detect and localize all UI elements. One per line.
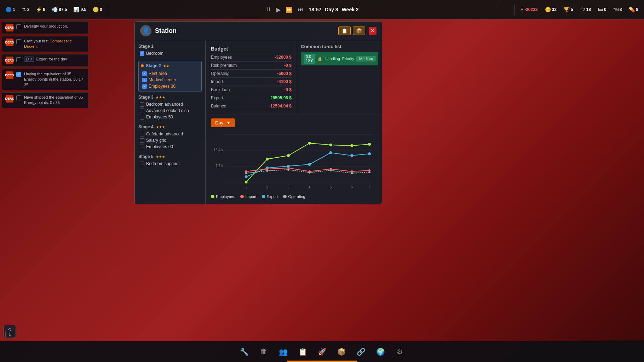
ffwd2-button[interactable]: ⏭ xyxy=(296,6,305,13)
quest-item-5[interactable]: DERS Have shipped the equivalent of 35 E… xyxy=(2,92,88,108)
svg-point-39 xyxy=(351,172,353,174)
tool-employees[interactable]: 👥 xyxy=(276,345,290,359)
budget-risk-label: Risk premium xyxy=(211,63,237,68)
budget-balance-row: Balance -12594.04 $ xyxy=(211,102,292,110)
bed-icon: 🛏 xyxy=(598,7,603,12)
stage2-restarea-checkbox[interactable]: ✓ xyxy=(142,71,147,76)
stage4-item-cafeteria[interactable]: Cafeteria advanced xyxy=(138,131,202,137)
legend-import-dot xyxy=(240,195,244,198)
hud-divider2 xyxy=(514,4,515,15)
stage3-item-employees[interactable]: Employees 50 xyxy=(138,114,202,120)
quest-item-2[interactable]: DERS Craft your first Compressed Draxen. xyxy=(2,36,88,52)
svg-point-38 xyxy=(330,169,332,171)
stage3-employees-checkbox[interactable] xyxy=(140,115,144,119)
play-controls: ⏸ ▶ ⏩ ⏭ xyxy=(264,6,305,14)
modal-title: Station xyxy=(155,27,335,35)
tool-network[interactable]: 🔗 xyxy=(354,345,368,359)
quest-checkbox-2[interactable] xyxy=(16,39,21,44)
quest-checkbox-5[interactable] xyxy=(16,95,21,100)
stage3-dish-checkbox[interactable] xyxy=(140,109,144,113)
tool-launch[interactable]: 🚀 xyxy=(315,345,329,359)
budget-operating-value: -5000 $ xyxy=(277,71,292,76)
tool-delete[interactable]: 🗑 xyxy=(257,345,271,359)
budget-operating-label: Operating xyxy=(211,71,230,76)
legend-employees: Employees xyxy=(211,194,235,199)
stage5-bedroom-checkbox[interactable] xyxy=(140,162,144,166)
budget-export-row: Export 28505.96 $ xyxy=(211,94,292,102)
svg-text:6: 6 xyxy=(351,185,353,189)
quest-icon-5: DERS xyxy=(6,95,13,103)
stage4-employees-label: Employees 60 xyxy=(146,144,173,149)
tool-build[interactable]: 🔧 xyxy=(237,345,251,359)
stage2-item-employees[interactable]: ✓ Employees 30 xyxy=(141,83,199,89)
budget-todo-top: Budget Employees -32000 $ Risk premium -… xyxy=(206,40,382,115)
toolbar-btn-2[interactable]: 📦 xyxy=(353,27,365,35)
energy-icon: ⚡ xyxy=(36,7,42,12)
hud-res5-value: 9.5 xyxy=(80,7,86,12)
tool-resources[interactable]: 📦 xyxy=(334,345,349,359)
quest-badge: D 9 xyxy=(24,57,34,62)
svg-point-19 xyxy=(368,143,371,146)
stage1-bedroom-checkbox[interactable]: ✓ xyxy=(140,51,144,56)
hud-speed: 💨 87.5 xyxy=(50,6,69,13)
svg-point-18 xyxy=(350,144,353,147)
todo-handling-label: Handling xyxy=(324,57,340,61)
tool-map[interactable]: 🌍 xyxy=(373,345,387,359)
legend-operating: Operating xyxy=(283,194,305,199)
stage2-employees-checkbox[interactable]: ✓ xyxy=(142,84,147,89)
todo-item-1[interactable]: 0.0 12.0 🔒 Handling Priority Medium xyxy=(301,52,378,65)
quest-item-3[interactable]: DERS D 9 Export for the day xyxy=(2,54,88,67)
hud-right: $ -36233 😊 32 🏆 5 🛡 18 🛏 0 🍽 8 💊 8 xyxy=(518,6,640,13)
resource2-icon: ⚗ xyxy=(22,7,26,12)
stage2-item-medical[interactable]: ✓ Medical center xyxy=(141,77,199,83)
quest-icon-1: DERS xyxy=(6,24,13,31)
chart-dropdown[interactable]: Day ▼ xyxy=(211,118,235,127)
stage2-medical-checkbox[interactable]: ✓ xyxy=(142,78,147,82)
budget-title: Budget xyxy=(211,46,228,52)
hud-trophy-value: 5 xyxy=(571,7,573,12)
quest-checkbox-1[interactable] xyxy=(16,24,21,29)
stage4-employees-checkbox[interactable] xyxy=(140,145,144,149)
stage4-item-employees[interactable]: Employees 60 xyxy=(138,144,202,150)
hud-balance: $ -36233 xyxy=(518,6,540,13)
hud-res6-value: 0 xyxy=(100,7,102,12)
quest-item-1[interactable]: DERS Diversify your production. xyxy=(2,21,88,34)
hud-res6: 🪙 0 xyxy=(91,6,104,13)
budget-bankloan-label: Bank loan xyxy=(211,87,230,92)
quest-checkbox-3[interactable] xyxy=(16,57,21,62)
legend-operating-dot xyxy=(283,195,287,198)
legend-employees-dot xyxy=(211,195,214,198)
tool-station[interactable]: 📋 xyxy=(295,345,310,359)
toolbar-btn-1[interactable]: 📋 xyxy=(338,27,351,35)
stage4-item-salary[interactable]: Salary grid xyxy=(138,137,202,144)
hud-happiness: 😊 32 xyxy=(543,6,559,13)
svg-point-35 xyxy=(266,170,268,172)
stage4-salary-checkbox[interactable] xyxy=(140,138,144,143)
pause-button[interactable]: ⏸ xyxy=(264,6,273,13)
stage3-item-dish[interactable]: Advanced cooked dish xyxy=(138,107,202,114)
stage2-item-restarea[interactable]: ✓ Rest area xyxy=(141,70,199,77)
budget-bankloan-value: -0 $ xyxy=(284,87,292,92)
budget-employees-row: Employees -32000 $ xyxy=(211,53,292,62)
budget-export-value: 28505.96 $ xyxy=(270,95,292,100)
play-button[interactable]: ▶ xyxy=(275,6,282,14)
stage3-item-bedroom[interactable]: Bedroom advanced xyxy=(138,101,202,107)
tool-settings[interactable]: ⚙ xyxy=(393,345,407,359)
modal-close-button[interactable]: ✕ xyxy=(369,27,376,35)
stage4-cafeteria-checkbox[interactable] xyxy=(140,132,144,136)
quest-item-4[interactable]: DERS ✓ Having the equivalent of 35 Energ… xyxy=(2,69,88,90)
budget-employees-label: Employees xyxy=(211,55,232,60)
legend-export-label: Export xyxy=(267,194,278,199)
stage4-cafeteria-label: Cafeteria advanced xyxy=(146,132,183,136)
stage1-item-bedroom[interactable]: ✓ Bedroom xyxy=(138,50,202,57)
hud-bed-value: 0 xyxy=(604,7,606,12)
stage3-bedroom-checkbox[interactable] xyxy=(140,102,144,107)
legend-import-label: Import xyxy=(245,194,256,199)
modal-body: Stage 1 ✓ Bedroom Stage 2 ★★ ✓ Rest area xyxy=(135,40,382,204)
quest-checkbox-4[interactable]: ✓ xyxy=(16,72,21,77)
ffwd1-button[interactable]: ⏩ xyxy=(284,6,294,14)
quest-text-2: Craft your first Compressed Draxen. xyxy=(24,39,85,49)
stage5-item-bedroom[interactable]: Bedroom superior xyxy=(138,160,202,167)
legend-operating-label: Operating xyxy=(288,194,305,199)
stage2-active-dot xyxy=(141,64,144,67)
